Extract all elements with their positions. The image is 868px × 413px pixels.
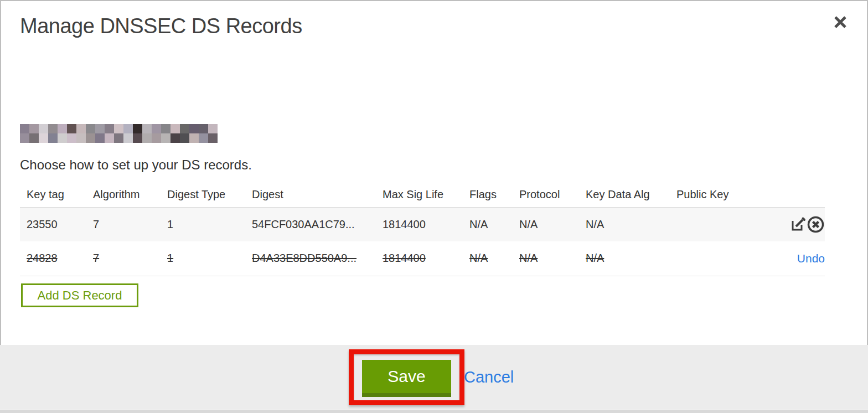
ds-records-table: Key tag Algorithm Digest Type Digest Max… bbox=[20, 183, 825, 276]
close-icon bbox=[833, 14, 848, 30]
col-header-algorithm: Algorithm bbox=[86, 183, 161, 207]
redacted-pixel bbox=[142, 124, 152, 133]
redacted-pixel bbox=[133, 124, 142, 133]
col-header-protocol: Protocol bbox=[513, 183, 579, 207]
cell-key-data-alg: N/A bbox=[579, 241, 670, 276]
redacted-pixel bbox=[76, 124, 86, 133]
cell-digest-type: 1 bbox=[161, 207, 245, 241]
cell-key-tag: 24828 bbox=[20, 241, 86, 276]
add-ds-record-button[interactable]: Add DS Record bbox=[21, 283, 138, 307]
redacted-pixel bbox=[199, 124, 208, 133]
delete-record-button[interactable] bbox=[807, 215, 825, 234]
col-header-digest-type: Digest Type bbox=[161, 183, 245, 207]
cell-public-key bbox=[670, 241, 753, 276]
col-header-digest: Digest bbox=[245, 183, 376, 207]
col-header-max-sig-life: Max Sig Life bbox=[376, 183, 463, 207]
cancel-link[interactable]: Cancel bbox=[464, 368, 514, 386]
redacted-pixel bbox=[114, 133, 123, 143]
col-header-flags: Flags bbox=[463, 183, 513, 207]
col-header-actions bbox=[753, 183, 825, 207]
col-header-public-key: Public Key bbox=[670, 183, 753, 207]
redacted-pixel bbox=[189, 124, 199, 133]
redacted-pixel bbox=[133, 133, 142, 143]
cell-flags: N/A bbox=[463, 241, 513, 276]
page-title: Manage DNSSEC DS Records bbox=[20, 14, 302, 38]
redacted-pixel bbox=[105, 133, 114, 143]
redacted-pixel bbox=[189, 133, 199, 143]
cell-protocol: N/A bbox=[513, 241, 579, 276]
cell-key-data-alg: N/A bbox=[579, 207, 670, 241]
redacted-pixel bbox=[170, 124, 180, 133]
edit-record-button[interactable] bbox=[789, 216, 807, 233]
redacted-pixel bbox=[152, 133, 161, 143]
redacted-pixel bbox=[67, 124, 76, 133]
redacted-pixel bbox=[170, 133, 180, 143]
redacted-pixel bbox=[208, 124, 218, 133]
redacted-pixel bbox=[86, 124, 95, 133]
redacted-pixel bbox=[208, 133, 218, 143]
cell-algorithm: 7 bbox=[86, 207, 161, 241]
row-actions: Undo bbox=[753, 241, 825, 276]
table-header-row: Key tag Algorithm Digest Type Digest Max… bbox=[20, 183, 825, 207]
redacted-domain bbox=[20, 124, 218, 143]
cell-algorithm: 7 bbox=[86, 241, 161, 276]
redacted-pixel bbox=[152, 124, 161, 133]
redacted-pixel bbox=[123, 124, 133, 133]
cell-flags: N/A bbox=[463, 207, 513, 241]
table-row-deleted: 24828 7 1 D4A33E8DD550A9... 1814400 N/A … bbox=[20, 241, 825, 276]
close-button[interactable] bbox=[829, 11, 851, 33]
redacted-pixel bbox=[39, 133, 48, 143]
redacted-pixel bbox=[105, 124, 114, 133]
col-header-key-data-alg: Key Data Alg bbox=[579, 183, 670, 207]
redacted-pixel bbox=[114, 124, 123, 133]
cell-max-sig-life: 1814400 bbox=[376, 207, 463, 241]
redacted-pixel bbox=[161, 124, 170, 133]
cell-digest: D4A33E8DD550A9... bbox=[245, 241, 376, 276]
redacted-pixel bbox=[95, 133, 105, 143]
table-row: 23550 7 1 54FCF030AA1C79... 1814400 N/A … bbox=[20, 207, 825, 241]
redacted-pixel bbox=[20, 124, 29, 133]
redacted-pixel bbox=[48, 133, 58, 143]
redacted-pixel bbox=[86, 133, 95, 143]
cell-digest: 54FCF030AA1C79... bbox=[245, 207, 376, 241]
cell-max-sig-life: 1814400 bbox=[376, 241, 463, 276]
cell-protocol: N/A bbox=[513, 207, 579, 241]
redacted-pixel bbox=[58, 133, 67, 143]
redacted-pixel bbox=[180, 133, 189, 143]
col-header-key-tag: Key tag bbox=[20, 183, 86, 207]
redacted-pixel bbox=[20, 133, 29, 143]
redacted-pixel bbox=[29, 133, 39, 143]
dnssec-modal: Manage DNSSEC DS Records Choose how to s… bbox=[0, 0, 868, 413]
redacted-pixel bbox=[161, 133, 170, 143]
redacted-pixel bbox=[58, 124, 67, 133]
background-page-edge bbox=[0, 410, 868, 413]
redacted-pixel bbox=[180, 124, 189, 133]
delete-circle-x-icon bbox=[807, 227, 825, 235]
redacted-pixel bbox=[48, 124, 58, 133]
edit-icon bbox=[789, 226, 807, 235]
cell-digest-type: 1 bbox=[161, 241, 245, 276]
undo-link[interactable]: Undo bbox=[797, 252, 825, 265]
redacted-pixel bbox=[39, 124, 48, 133]
row-actions bbox=[753, 207, 825, 241]
cell-public-key bbox=[670, 207, 753, 241]
redacted-pixel bbox=[29, 124, 39, 133]
redacted-pixel bbox=[95, 124, 105, 133]
redacted-pixel bbox=[67, 133, 76, 143]
redacted-pixel bbox=[76, 133, 86, 143]
cell-key-tag: 23550 bbox=[20, 207, 86, 241]
save-button[interactable]: Save bbox=[362, 360, 451, 397]
redacted-pixel bbox=[123, 133, 133, 143]
redacted-pixel bbox=[199, 133, 208, 143]
instructions-text: Choose how to set up your DS records. bbox=[20, 157, 252, 173]
redacted-pixel bbox=[142, 133, 152, 143]
